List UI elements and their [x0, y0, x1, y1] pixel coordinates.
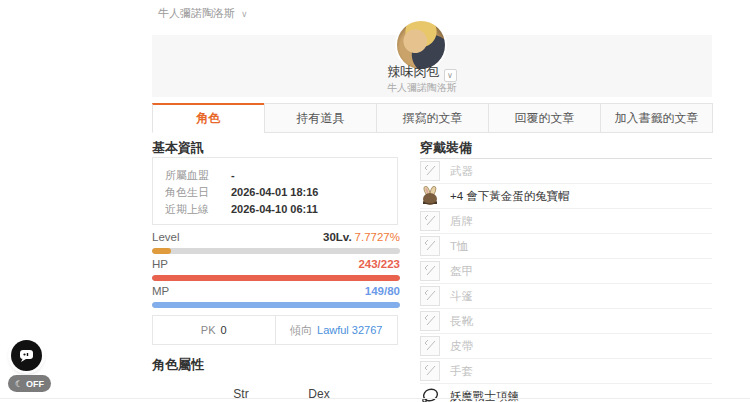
- equipment-row-belt: 皮帶: [420, 334, 712, 359]
- dark-mode-toggle[interactable]: ☾ OFF: [8, 375, 51, 392]
- equipment-list: 武器 +4 會下黃金蛋的兔寶帽 盾牌 T恤 盔甲 斗篷 長靴 皮帶: [420, 158, 712, 402]
- hp-value: 243/223: [358, 258, 400, 270]
- equipment-row-gloves: 手套: [420, 359, 712, 384]
- basic-info-title: 基本資訊: [152, 139, 204, 157]
- pk-label: PK: [201, 324, 216, 336]
- moon-icon: ☾: [15, 379, 23, 389]
- tendency-value-link[interactable]: Lawful 32767: [317, 324, 382, 336]
- hp-progress-fill: [152, 275, 400, 281]
- equipment-row-boots: 長靴: [420, 309, 712, 334]
- tendency-cell: 傾向 Lawful 32767: [275, 316, 398, 344]
- mp-bar-block: MP 149/80: [152, 285, 400, 308]
- empty-slot-icon: [420, 286, 440, 306]
- empty-slot-icon: [420, 211, 440, 231]
- tab-replied-articles[interactable]: 回覆的文章: [488, 103, 601, 133]
- hp-progressbar: [152, 275, 400, 281]
- tab-character[interactable]: 角色: [152, 103, 265, 133]
- chat-bubble-icon: [17, 346, 36, 365]
- info-row-birthday: 角色生日 2026-04-01 18:16: [165, 184, 385, 201]
- pk-value: 0: [221, 324, 227, 336]
- level-percent: 7.7727%: [355, 231, 400, 243]
- equipment-row-tshirt: T恤: [420, 234, 712, 259]
- level-value: 30Lv.: [323, 231, 352, 243]
- empty-slot-icon: [420, 261, 440, 281]
- tab-bookmarked-articles[interactable]: 加入書籤的文章: [600, 103, 713, 133]
- info-row-clan: 所屬血盟 -: [165, 167, 385, 184]
- level-label: Level: [152, 231, 180, 243]
- tab-items[interactable]: 持有道具: [264, 103, 377, 133]
- hp-bar-block: HP 243/223: [152, 258, 400, 281]
- equipment-row-cloak: 斗篷: [420, 284, 712, 309]
- attributes-title: 角色屬性: [152, 356, 204, 374]
- empty-slot-icon: [420, 336, 440, 356]
- basic-info-box: 所屬血盟 - 角色生日 2026-04-01 18:16 近期上線 2026-0…: [152, 157, 398, 225]
- tendency-label: 傾向: [290, 323, 312, 338]
- dark-mode-toggle-label: OFF: [26, 379, 44, 389]
- character-name: 辣味肉包∨: [152, 63, 692, 82]
- empty-slot-icon: [420, 361, 440, 381]
- footer-divider: [0, 398, 750, 399]
- hp-label: HP: [152, 258, 168, 270]
- equipment-row-necklace[interactable]: 妖魔戰士項鍊: [420, 384, 712, 402]
- server-dropdown[interactable]: 牛人彌諾陶洛斯 ∨: [158, 6, 248, 21]
- tab-written-articles[interactable]: 撰寫的文章: [376, 103, 489, 133]
- rabbit-hat-icon: [420, 186, 440, 206]
- equipment-row-shield: 盾牌: [420, 209, 712, 234]
- mp-value: 149/80: [365, 285, 400, 297]
- server-dropdown-label: 牛人彌諾陶洛斯: [158, 6, 235, 21]
- empty-slot-icon: [420, 161, 440, 181]
- empty-slot-icon: [420, 311, 440, 331]
- pk-tendency-box: PK 0 傾向 Lawful 32767: [152, 315, 398, 345]
- equipment-title: 穿戴裝備: [420, 139, 472, 157]
- equipment-row-armor: 盔甲: [420, 259, 712, 284]
- chat-widget-button[interactable]: [11, 340, 42, 371]
- mp-progress-fill: [152, 302, 400, 308]
- mp-progressbar: [152, 302, 400, 308]
- info-row-last-login: 近期上線 2026-04-10 06:11: [165, 201, 385, 218]
- level-bar-block: Level 30Lv.7.7727%: [152, 231, 400, 254]
- level-progressbar: [152, 248, 400, 254]
- empty-slot-icon: [420, 236, 440, 256]
- chevron-down-icon: ∨: [241, 9, 248, 19]
- level-progress-fill: [152, 248, 171, 254]
- equipment-row-helmet[interactable]: +4 會下黃金蛋的兔寶帽: [420, 184, 712, 209]
- tab-bar: 角色 持有道具 撰寫的文章 回覆的文章 加入書籤的文章: [152, 103, 713, 133]
- necklace-icon: [420, 386, 440, 402]
- pk-cell: PK 0: [153, 316, 275, 344]
- mp-label: MP: [152, 285, 169, 297]
- equipment-row-weapon: 武器: [420, 159, 712, 184]
- avatar: [397, 21, 445, 69]
- character-server: 牛人彌諾陶洛斯: [152, 81, 692, 95]
